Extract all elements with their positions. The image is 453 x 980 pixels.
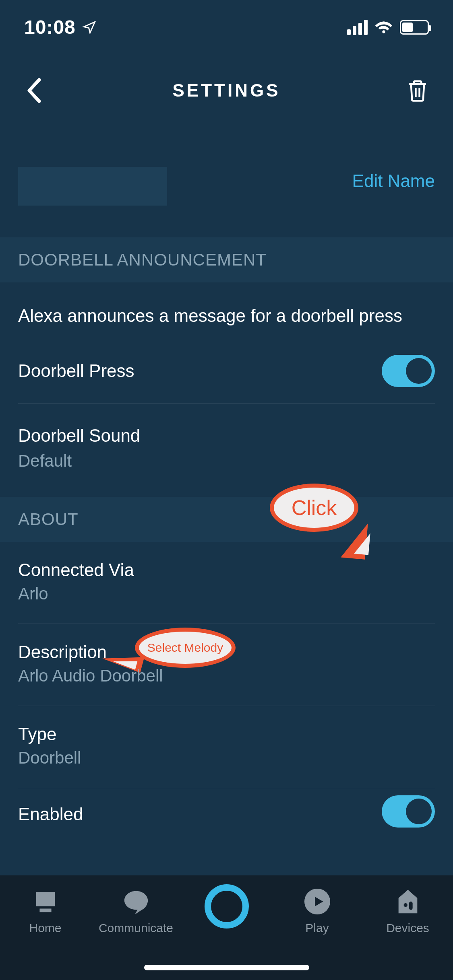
doorbell-press-toggle[interactable]	[382, 355, 435, 387]
tab-alexa[interactable]	[181, 884, 272, 929]
about-connected-via-row: Connected Via Arlo	[18, 542, 435, 624]
about-type-value: Doorbell	[18, 748, 435, 768]
back-button[interactable]	[16, 68, 52, 113]
about-description-value: Arlo Audio Doorbell	[18, 666, 435, 686]
doorbell-description: Alexa announces a message for a doorbell…	[18, 282, 435, 339]
edit-name-link[interactable]: Edit Name	[352, 171, 435, 191]
device-name-row: Edit Name	[0, 127, 453, 237]
tab-play[interactable]: Play	[272, 887, 362, 935]
svg-rect-2	[39, 909, 51, 912]
about-description-label: Description	[18, 642, 435, 662]
tab-home[interactable]: Home	[0, 887, 91, 935]
wifi-icon	[375, 19, 393, 36]
about-enabled-toggle[interactable]	[382, 795, 435, 828]
about-enabled-label: Enabled	[18, 804, 435, 824]
section-header-doorbell: DOORBELL ANNOUNCEMENT	[0, 237, 453, 282]
tab-communicate[interactable]: Communicate	[91, 887, 181, 935]
doorbell-section: Alexa announces a message for a doorbell…	[0, 282, 453, 497]
tab-home-label: Home	[29, 921, 61, 935]
about-connected-via-label: Connected Via	[18, 560, 435, 580]
about-type-row: Type Doorbell	[18, 706, 435, 788]
location-icon	[82, 20, 97, 35]
about-connected-via-value: Arlo	[18, 584, 435, 603]
tab-communicate-label: Communicate	[99, 921, 173, 935]
about-description-row: Description Arlo Audio Doorbell	[18, 624, 435, 706]
doorbell-press-label: Doorbell Press	[18, 361, 435, 381]
home-icon	[31, 887, 60, 916]
tab-bar: Home Communicate Play Devices	[0, 875, 453, 980]
doorbell-press-row: Doorbell Press	[18, 339, 435, 403]
battery-icon	[400, 20, 429, 35]
delete-button[interactable]	[398, 70, 437, 111]
alexa-ring-icon	[205, 884, 249, 929]
status-bar-left: 10:08	[24, 16, 97, 38]
about-section: Connected Via Arlo Description Arlo Audi…	[0, 542, 453, 834]
doorbell-sound-row[interactable]: Doorbell Sound Default	[18, 404, 435, 497]
tab-play-label: Play	[305, 921, 329, 935]
tab-devices-label: Devices	[386, 921, 429, 935]
status-bar: 10:08	[0, 0, 453, 54]
section-header-about: ABOUT	[0, 497, 453, 542]
clock-time: 10:08	[24, 16, 76, 38]
play-icon	[303, 887, 331, 916]
content-area: Edit Name DOORBELL ANNOUNCEMENT Alexa an…	[0, 127, 453, 875]
nav-header: SETTINGS	[0, 54, 453, 127]
devices-icon	[394, 887, 422, 916]
svg-rect-5	[409, 902, 412, 910]
doorbell-sound-value: Default	[18, 451, 435, 471]
about-type-label: Type	[18, 724, 435, 744]
speech-bubble-icon	[122, 887, 150, 916]
about-enabled-row: Enabled	[18, 788, 435, 834]
home-indicator[interactable]	[144, 965, 309, 970]
page-title: SETTINGS	[172, 80, 280, 101]
svg-point-4	[403, 903, 407, 907]
cellular-icon	[347, 20, 368, 35]
tab-devices[interactable]: Devices	[362, 887, 453, 935]
status-bar-right	[347, 19, 429, 36]
device-name-field[interactable]	[18, 167, 167, 206]
doorbell-sound-label: Doorbell Sound	[18, 426, 435, 446]
